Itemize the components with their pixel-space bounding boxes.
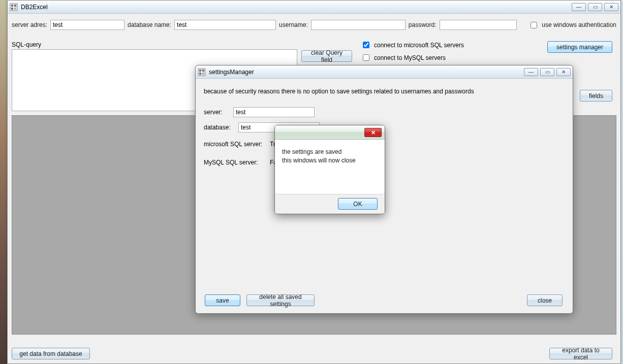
password-input[interactable] — [440, 20, 517, 30]
sql-query-label: SQL-query — [12, 41, 41, 48]
svg-rect-1 — [11, 5, 13, 7]
main-title: DB2Excel — [21, 4, 48, 11]
app-icon — [10, 3, 18, 11]
settings-titlebar[interactable]: settingsManager — ▭ ✕ — [196, 65, 573, 79]
messagebox-titlebar[interactable]: ✕ — [275, 125, 385, 140]
username-input[interactable] — [311, 20, 406, 30]
connect-mysql-row[interactable]: connect to MySQL servers — [361, 53, 464, 62]
svg-rect-9 — [202, 73, 204, 75]
password-label: password: — [409, 21, 437, 28]
close-icon: ✕ — [609, 4, 613, 10]
svg-rect-4 — [14, 8, 16, 10]
svg-rect-7 — [202, 70, 204, 72]
server-type-checkbox-group: connect to microsoft SQL servers connect… — [361, 40, 464, 62]
settings-maximize-button[interactable]: ▭ — [540, 68, 554, 76]
database-name-label: database name: — [128, 21, 171, 28]
settings-manager-button[interactable]: settings manager — [547, 41, 612, 53]
export-excel-button[interactable]: export data to excel — [549, 348, 612, 359]
close-main-button[interactable]: ✕ — [604, 3, 618, 11]
sm-server-input[interactable] — [233, 107, 315, 117]
desktop-wallpaper-strip — [0, 0, 7, 364]
close-icon: ✕ — [562, 69, 566, 75]
sm-mysql-label: MySQL SQL server: — [204, 159, 265, 166]
clear-query-button[interactable]: clear Query field — [301, 50, 352, 62]
svg-rect-2 — [14, 5, 16, 7]
maximize-icon: ▭ — [545, 69, 550, 75]
svg-rect-6 — [199, 70, 201, 72]
connect-mysql-checkbox[interactable] — [363, 54, 369, 61]
settings-app-icon — [198, 68, 206, 76]
settings-close-button[interactable]: ✕ — [556, 68, 571, 76]
connect-mysql-label: connect to MySQL servers — [374, 54, 446, 61]
connect-mssql-label: connect to microsoft SQL servers — [374, 42, 464, 49]
close-icon: ✕ — [371, 129, 376, 136]
connect-mssql-checkbox[interactable] — [363, 42, 369, 48]
use-windows-auth-row[interactable]: use windows authentication — [528, 20, 616, 30]
messagebox-footer: OK — [275, 194, 385, 213]
get-data-button[interactable]: get data from database — [12, 348, 90, 359]
username-label: username: — [279, 21, 308, 28]
minimize-button[interactable]: — — [572, 3, 586, 11]
server-adres-input[interactable] — [50, 20, 124, 30]
maximize-button[interactable]: ▭ — [588, 3, 602, 11]
minimize-icon: — — [528, 69, 534, 75]
sm-close-lower-button[interactable]: close — [527, 294, 563, 306]
svg-rect-8 — [199, 73, 201, 75]
main-titlebar[interactable]: DB2Excel — ▭ ✕ — [8, 1, 620, 14]
settings-title: settingsManager — [209, 69, 254, 76]
database-name-input[interactable] — [174, 20, 276, 30]
sm-save-button[interactable]: save — [205, 294, 240, 306]
connection-field-row: server adres: database name: username: p… — [12, 20, 616, 30]
messagebox: ✕ the settings are saved this windows wi… — [274, 125, 385, 214]
messagebox-ok-button[interactable]: OK — [338, 198, 378, 210]
settings-minimize-button[interactable]: — — [524, 68, 538, 76]
messagebox-close-button[interactable]: ✕ — [364, 128, 382, 137]
sm-server-label: server: — [204, 109, 228, 116]
messagebox-line2: this windows will now close — [282, 156, 378, 165]
sm-delete-button[interactable]: delete all saved settings — [246, 294, 315, 306]
fields-button[interactable]: fields — [580, 90, 612, 102]
minimize-icon: — — [576, 4, 581, 10]
messagebox-line1: the settings are saved — [282, 148, 378, 156]
use-windows-auth-checkbox[interactable] — [531, 22, 537, 28]
security-note: because of security reasons there is no … — [204, 88, 565, 95]
sm-database-label: database: — [204, 124, 233, 131]
messagebox-body: the settings are saved this windows will… — [275, 140, 385, 194]
connect-mssql-row[interactable]: connect to microsoft SQL servers — [361, 40, 464, 50]
use-windows-auth-label: use windows authentication — [542, 21, 616, 28]
sm-mssql-label: microsoft SQL server: — [204, 141, 265, 148]
svg-rect-3 — [11, 8, 13, 10]
maximize-icon: ▭ — [593, 4, 598, 10]
server-adres-label: server adres: — [12, 21, 47, 28]
